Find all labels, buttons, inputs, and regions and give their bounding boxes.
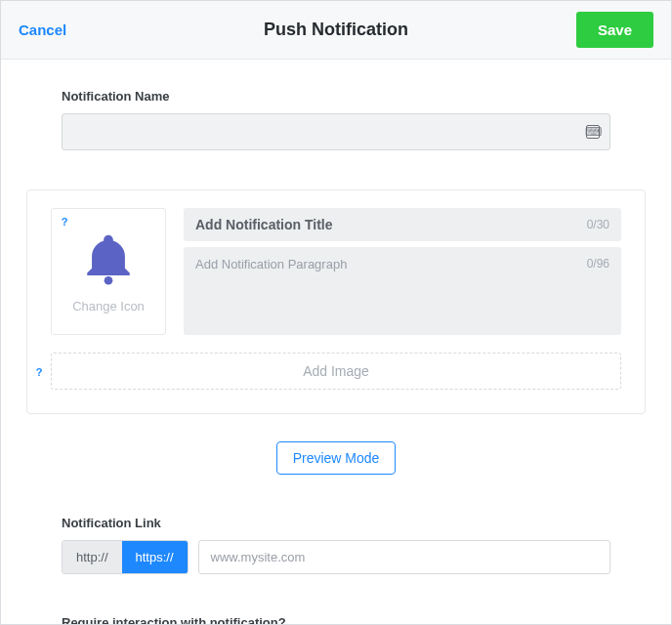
cancel-button[interactable]: Cancel [19,21,66,38]
add-image-button[interactable]: ? Add Image [51,353,621,390]
modal-title: Push Notification [1,20,671,40]
paragraph-char-counter: 0/96 [587,257,609,325]
change-icon-label: Change Icon [72,299,145,313]
modal-body[interactable]: Notification Name ⌨ ? Change Icon Add No… [1,60,671,624]
keyboard-icon: ⌨ [586,125,600,139]
save-button[interactable]: Save [576,12,653,48]
notification-preview-card: ? Change Icon Add Notification Title 0/3… [26,189,646,414]
require-interaction-label: Require interaction with notification? [62,615,610,624]
bell-icon [80,230,137,287]
help-icon[interactable]: ? [58,215,71,229]
notification-link-label: Notification Link [62,516,610,530]
notification-name-input[interactable]: ⌨ [62,113,610,150]
protocol-toggle: http:// https:// [62,540,189,574]
preview-mode-button[interactable]: Preview Mode [276,441,397,475]
svg-point-0 [105,275,113,284]
notification-title-input[interactable]: Add Notification Title 0/30 [184,208,621,241]
title-char-counter: 0/30 [587,218,609,231]
push-notification-modal: Cancel Push Notification Save Notificati… [0,0,672,625]
protocol-https[interactable]: https:// [122,541,188,573]
modal-header: Cancel Push Notification Save [1,1,671,60]
protocol-http[interactable]: http:// [63,541,122,573]
add-image-label: Add Image [303,363,369,379]
paragraph-placeholder: Add Notification Paragraph [195,257,347,325]
notification-link-input[interactable]: www.mysite.com [198,540,610,574]
notification-paragraph-input[interactable]: Add Notification Paragraph 0/96 [184,247,621,335]
link-placeholder: www.mysite.com [211,550,306,564]
icon-picker[interactable]: ? Change Icon [51,208,166,335]
title-placeholder: Add Notification Title [195,217,333,232]
notification-name-label: Notification Name [62,89,610,104]
help-icon[interactable]: ? [32,365,46,379]
